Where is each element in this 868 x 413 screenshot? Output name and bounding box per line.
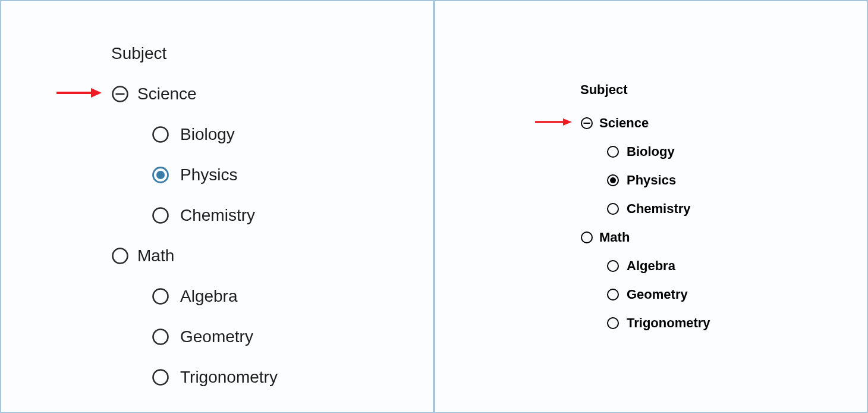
subject-heading: Subject [111, 44, 433, 63]
svg-point-11 [153, 370, 168, 385]
options-math: Algebra Geometry T [111, 287, 433, 387]
radio-unselected-icon [152, 368, 169, 386]
option-label: Geometry [180, 327, 253, 346]
group-header-math[interactable]: Math [580, 230, 867, 245]
group-label: Math [599, 230, 630, 245]
svg-point-21 [608, 261, 618, 271]
option-label: Algebra [180, 287, 238, 306]
svg-point-18 [610, 177, 616, 183]
group-header-math[interactable]: Math [111, 246, 433, 265]
radio-unselected-icon [111, 247, 129, 265]
svg-point-6 [156, 171, 165, 179]
subject-heading: Subject [580, 82, 867, 98]
option-trigonometry[interactable]: Trigonometry [606, 315, 867, 331]
radio-unselected-icon [152, 287, 169, 305]
option-label: Chemistry [180, 206, 255, 225]
group-header-science[interactable]: Science [580, 115, 867, 131]
svg-marker-1 [91, 88, 102, 98]
radio-unselected-icon [606, 288, 619, 301]
options-science: Biology Physics [111, 125, 433, 225]
svg-point-19 [608, 204, 618, 214]
option-label: Biology [180, 125, 235, 144]
svg-point-7 [153, 208, 168, 223]
option-physics[interactable]: Physics [152, 165, 433, 184]
option-chemistry[interactable]: Chemistry [606, 201, 867, 217]
group-label: Math [137, 246, 174, 265]
svg-point-16 [608, 146, 618, 157]
svg-marker-13 [563, 118, 572, 126]
radio-unselected-icon [580, 231, 593, 244]
radio-selected-icon [606, 174, 619, 187]
option-geometry[interactable]: Geometry [606, 287, 867, 302]
panel-left: Subject Science [0, 0, 434, 413]
option-biology[interactable]: Biology [152, 125, 433, 144]
option-label: Trigonometry [180, 368, 278, 387]
group-science: Science Biology [111, 85, 433, 225]
radio-selected-icon [152, 166, 169, 184]
left-content: Subject Science [1, 1, 433, 387]
svg-point-10 [153, 330, 168, 345]
option-geometry[interactable]: Geometry [152, 327, 433, 346]
indeterminate-icon [111, 85, 129, 103]
radio-unselected-icon [606, 317, 619, 330]
svg-point-4 [153, 127, 168, 142]
svg-point-8 [113, 249, 128, 264]
option-label: Trigonometry [627, 315, 710, 331]
svg-point-9 [153, 289, 168, 304]
group-label: Science [137, 85, 197, 104]
radio-unselected-icon [152, 328, 169, 346]
radio-unselected-icon [606, 259, 619, 273]
group-math: Math Algebra [111, 246, 433, 387]
option-chemistry[interactable]: Chemistry [152, 206, 433, 225]
right-content: Subject Science [435, 1, 867, 331]
group-math: Math Algebra [580, 230, 867, 331]
option-algebra[interactable]: Algebra [606, 258, 867, 274]
option-label: Physics [627, 173, 676, 188]
option-label: Geometry [627, 287, 688, 302]
svg-point-23 [608, 318, 618, 328]
annotation-arrow-icon [55, 86, 103, 102]
svg-point-20 [581, 232, 592, 243]
radio-unselected-icon [152, 206, 169, 224]
option-trigonometry[interactable]: Trigonometry [152, 368, 433, 387]
options-math: Algebra Geometry T [580, 258, 867, 331]
option-label: Biology [627, 144, 675, 159]
options-science: Biology Physics [580, 144, 867, 217]
group-label: Science [599, 115, 649, 131]
option-physics[interactable]: Physics [606, 173, 867, 188]
group-header-science[interactable]: Science [111, 85, 433, 104]
indeterminate-icon [580, 117, 593, 130]
option-algebra[interactable]: Algebra [152, 287, 433, 306]
radio-unselected-icon [606, 202, 619, 215]
radio-unselected-icon [152, 126, 169, 143]
option-biology[interactable]: Biology [606, 144, 867, 159]
option-label: Chemistry [627, 201, 691, 217]
option-label: Algebra [627, 258, 675, 274]
radio-unselected-icon [606, 145, 619, 158]
option-label: Physics [180, 165, 237, 184]
group-science: Science Biology [580, 115, 867, 217]
panel-right: Subject Science [434, 0, 868, 413]
annotation-arrow-icon [534, 117, 573, 130]
svg-point-22 [608, 289, 618, 300]
